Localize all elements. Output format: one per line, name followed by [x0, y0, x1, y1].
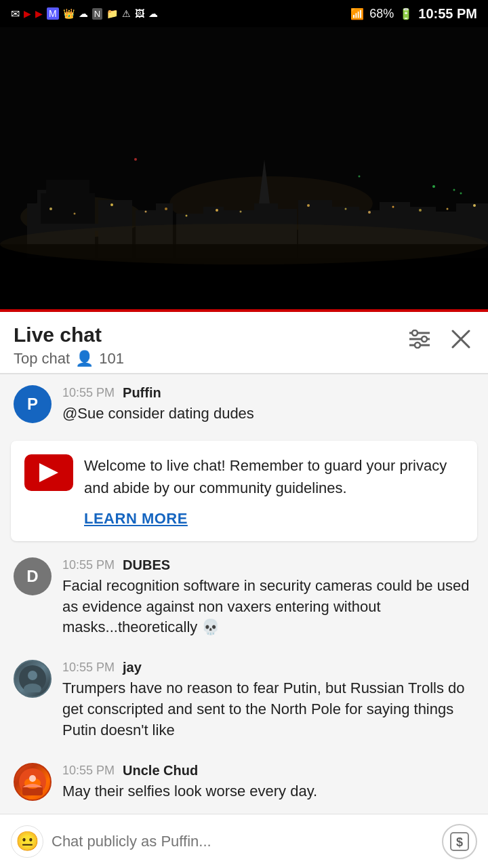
avatar: P	[14, 385, 52, 423]
chat-title: Live chat	[14, 323, 124, 347]
folder-icon: 📁	[106, 8, 118, 19]
svg-point-41	[359, 176, 361, 178]
youtube-icon2: ▶	[35, 8, 43, 19]
welcome-card-inner: Welcome to live chat! Remember to guard …	[24, 454, 464, 528]
avatar	[14, 763, 52, 801]
people-icon: 👤	[75, 350, 94, 368]
svg-point-61	[29, 775, 36, 782]
svg-rect-23	[46, 180, 89, 195]
message-text: May their selfies look worse every day.	[62, 781, 474, 802]
battery-icon: 🔋	[399, 7, 413, 20]
status-bar-left: ✉ ▶ ▶ M 👑 ☁ N 📁 ⚠ 🖼 ☁	[11, 7, 345, 20]
svg-point-25	[49, 208, 52, 210]
battery-percent: 68%	[369, 7, 394, 21]
message-icon: ✉	[11, 7, 20, 20]
avatar	[14, 660, 52, 698]
chat-message: P 10:55 PM Puffin @Sue consider dating d…	[0, 374, 488, 435]
currency-icon: $	[449, 831, 470, 852]
message-author: DUBES	[123, 557, 170, 573]
svg-rect-21	[41, 193, 95, 227]
video-content	[0, 27, 488, 312]
chat-header: Live chat Top chat 👤 101	[0, 312, 488, 374]
message-time: 10:55 PM	[62, 660, 115, 675]
video-progress-bar[interactable]	[0, 309, 488, 312]
svg-point-56	[28, 671, 37, 680]
message-time: 10:55 PM	[62, 764, 115, 778]
svg-point-42	[432, 185, 435, 188]
filter-icon	[408, 330, 431, 349]
svg-point-29	[165, 208, 167, 210]
viewer-count: 101	[99, 350, 124, 368]
welcome-card-text-area: Welcome to live chat! Remember to guard …	[84, 454, 464, 528]
message-text: @Sue consider dating dudes	[62, 403, 474, 425]
svg-point-39	[473, 204, 476, 207]
n-icon: N	[92, 8, 102, 20]
close-icon	[450, 328, 472, 350]
close-button[interactable]	[447, 326, 474, 356]
chat-header-actions	[405, 326, 474, 356]
chat-messages-area[interactable]: P 10:55 PM Puffin @Sue consider dating d…	[0, 374, 488, 867]
message-content: 10:55 PM DUBES Facial recognition softwa…	[62, 557, 474, 638]
crown-icon: 👑	[63, 8, 75, 19]
message-content: 10:55 PM Uncle Chud May their selfies lo…	[62, 763, 474, 802]
message-content: 10:55 PM jay Trumpers have no reason to …	[62, 660, 474, 741]
chat-header-left: Live chat Top chat 👤 101	[14, 323, 124, 368]
message-meta: 10:55 PM DUBES	[62, 557, 474, 573]
wifi-icon: 📶	[350, 7, 364, 20]
learn-more-link[interactable]: LEARN MORE	[84, 510, 464, 528]
svg-point-46	[0, 224, 488, 264]
message-author: jay	[123, 660, 142, 675]
message-author: Uncle Chud	[123, 763, 198, 778]
cloud-icon: ☁	[79, 8, 88, 19]
svg-point-51	[422, 336, 427, 342]
skyline-svg	[0, 27, 488, 312]
message-text: Facial recognition software in security …	[62, 576, 474, 638]
message-meta: 10:55 PM Puffin	[62, 385, 474, 401]
message-text: Trumpers have no reason to fear Putin, b…	[62, 678, 474, 741]
chat-input[interactable]	[52, 833, 434, 850]
warning-icon: ⚠	[122, 8, 131, 19]
svg-point-33	[307, 204, 310, 207]
avatar-image	[19, 768, 46, 795]
chat-message: 10:55 PM jay Trumpers have no reason to …	[0, 649, 488, 751]
status-bar: ✉ ▶ ▶ M 👑 ☁ N 📁 ⚠ 🖼 ☁ 📶 68% 🔋 10:55 PM	[0, 0, 488, 27]
emoji-button[interactable]: 😐	[11, 825, 43, 858]
dollar-sign-icon: $	[449, 831, 470, 852]
emoji-icon: 😐	[16, 830, 39, 852]
svg-point-50	[412, 330, 418, 336]
super-chat-button[interactable]: $	[442, 824, 477, 859]
video-player[interactable]	[0, 27, 488, 312]
svg-point-44	[460, 193, 462, 195]
welcome-card: Welcome to live chat! Remember to guard …	[11, 441, 477, 541]
svg-point-37	[419, 209, 422, 212]
message-meta: 10:55 PM Uncle Chud	[62, 763, 474, 778]
chat-subtitle: Top chat 👤 101	[14, 350, 124, 368]
welcome-text: Welcome to live chat! Remember to guard …	[84, 454, 464, 499]
svg-point-43	[453, 189, 455, 191]
chat-input-bar: 😐 $	[0, 814, 488, 868]
chat-message: D 10:55 PM DUBES Facial recognition soft…	[0, 547, 488, 649]
svg-point-40	[134, 158, 137, 161]
top-chat-label[interactable]: Top chat	[14, 350, 70, 368]
svg-point-52	[415, 342, 420, 348]
svg-point-34	[345, 208, 347, 210]
message-meta: 10:55 PM jay	[62, 660, 474, 675]
svg-text:$: $	[456, 835, 463, 849]
svg-point-27	[110, 203, 113, 206]
message-content: 10:55 PM Puffin @Sue consider dating dud…	[62, 385, 474, 425]
avatar-image	[19, 665, 46, 692]
youtube-play-icon	[39, 463, 58, 482]
filter-button[interactable]	[405, 327, 434, 355]
avatar: D	[14, 557, 52, 595]
svg-point-31	[216, 209, 218, 212]
youtube-logo	[24, 454, 73, 491]
svg-point-35	[368, 211, 371, 214]
message-author: Puffin	[123, 385, 161, 401]
image-icon: 🖼	[135, 8, 144, 19]
svg-point-36	[392, 206, 394, 208]
mastodon-icon: M	[47, 7, 59, 20]
message-time: 10:55 PM	[62, 386, 115, 400]
youtube-icon: ▶	[24, 8, 31, 19]
svg-point-28	[145, 211, 147, 213]
message-time: 10:55 PM	[62, 558, 115, 572]
